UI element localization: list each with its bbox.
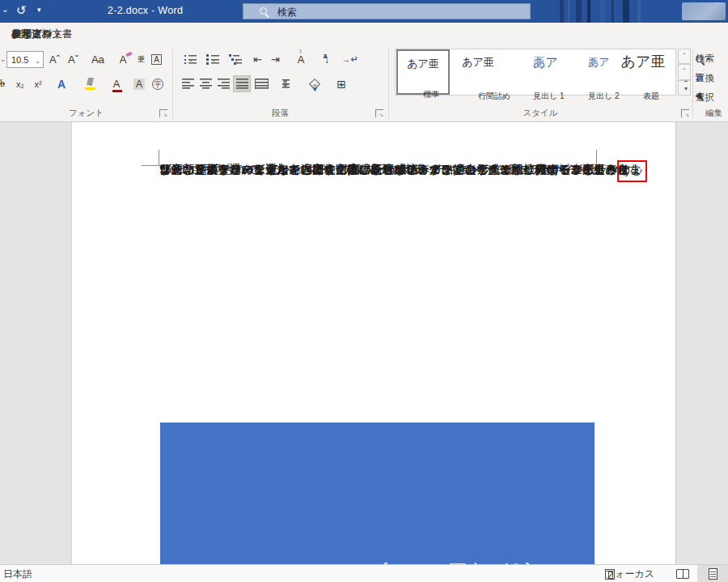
status-bar: 日本語 フォーカス (0, 564, 728, 582)
style-normal[interactable]: あア亜 ↲ 標準 (396, 49, 450, 95)
bullets-button[interactable]: ⌄ (180, 51, 201, 68)
image-placeholder-shape[interactable]: ※ここに写真を挿入↲ (160, 423, 595, 564)
align-center-icon (200, 79, 212, 89)
character-shading-button[interactable]: A (131, 75, 147, 92)
redacted-account-area (600, 0, 605, 23)
decrease-indent-button[interactable]: ⇤ (249, 51, 266, 68)
font-group-label: フォント (0, 108, 172, 119)
align-right-icon (218, 79, 230, 89)
text-line: て変わります。スタイルを適用すると、新しいテーマに適合するように見出しが変更され… (159, 160, 641, 179)
redacted-account-area (568, 0, 570, 23)
grow-font-icon: Aˆ (49, 53, 60, 66)
enclose-circle-button[interactable]: 字 (150, 75, 165, 92)
chevron-down-icon: ⌄ (284, 80, 290, 87)
styles-gallery-scroll: ˆ ˇ ▾ (678, 49, 691, 96)
gallery-more-icon[interactable]: ▾ (678, 80, 691, 96)
ribbon: ⌄ 10.5 ⌄ Aˆ Aˇ Aa⌄ A ア亜 A b x₂ x² A⌄ ⌄ A… (0, 45, 728, 122)
style-no-spacing[interactable]: あア亜 ↲ 行間詰め (451, 49, 505, 95)
undo-icon[interactable]: ↺ (16, 3, 27, 18)
style-preview: あア亜 (398, 57, 448, 71)
chevron-down-icon: ⌄ (60, 80, 66, 87)
style-title[interactable]: あア亜 表題 (616, 49, 670, 95)
paragraph-mark: ↲ (159, 160, 168, 179)
align-center-button[interactable] (197, 75, 214, 92)
borders-button[interactable]: ⊞⌄ (329, 75, 353, 92)
align-left-icon (182, 79, 194, 89)
sort-button[interactable]: AZ↓ (316, 51, 336, 68)
style-heading1[interactable]: あア亜 見出し 1 (506, 49, 560, 95)
font-name-caret-icon[interactable]: ⌄ (0, 55, 6, 63)
chevron-down-icon: ⌄ (211, 56, 217, 63)
paragraph-dialog-launcher[interactable]: ↘ (375, 109, 383, 117)
subscript-button[interactable]: x₂ (12, 75, 28, 92)
gallery-scroll-up-icon[interactable]: ˆ (678, 49, 691, 64)
tab-help[interactable]: ヘルプ (0, 23, 53, 45)
strikethrough-button[interactable]: b (0, 75, 9, 92)
redacted-account-area (576, 0, 582, 23)
style-heading2[interactable]: あア亜 見出し 2 (561, 49, 615, 95)
sort-arrow-icon: ↓ (324, 54, 329, 66)
search-box[interactable]: 検索 (243, 3, 531, 19)
change-case-button[interactable]: Aa⌄ (86, 51, 110, 68)
chevron-down-icon: ⌄ (312, 80, 318, 87)
align-left-button[interactable] (180, 75, 196, 92)
justify-button[interactable] (233, 75, 251, 92)
distribute-button[interactable] (252, 75, 270, 92)
superscript-icon: x² (34, 79, 41, 89)
font-dialog-launcher[interactable]: ↘ (159, 109, 167, 117)
styles-dialog-launcher[interactable]: ↘ (681, 109, 689, 117)
quick-access-partial-icon[interactable]: ⌄ (2, 5, 8, 14)
focus-toggle[interactable]: フォーカス (605, 567, 654, 581)
phonetic-guide-button[interactable]: ア亜 (134, 50, 148, 69)
grow-font-button[interactable]: Aˆ (46, 51, 63, 68)
gallery-scroll-down-icon[interactable]: ˇ (678, 64, 691, 79)
read-mode-icon[interactable] (676, 569, 689, 579)
subscript-icon: x₂ (16, 79, 24, 89)
word-window: ⌄ ↺ ▾ 2-2.docx - Word 検索 デザイン レイアウト 参考資料… (0, 0, 728, 582)
style-preview: あア亜 (451, 55, 505, 70)
ribbon-tab-row: デザイン レイアウト 参考資料 差し込み文書 校閲 表示 ヘルプ (0, 23, 728, 45)
font-size-combo[interactable]: 10.5 ⌄ (6, 51, 44, 68)
margin-corner-mark (142, 150, 159, 166)
line-spacing-button[interactable]: ⇕⌄ (273, 75, 298, 92)
justify-icon (236, 79, 248, 89)
editing-group-label: 編集 (692, 108, 728, 119)
customize-quick-access-icon[interactable]: ▾ (37, 6, 41, 14)
chevron-down-icon: ⌄ (115, 80, 121, 87)
distribute-icon (255, 79, 269, 89)
increase-indent-button[interactable]: ⇥ (267, 51, 284, 68)
font-color-button[interactable]: A⌄ (105, 75, 128, 92)
print-layout-icon[interactable] (709, 568, 717, 580)
redacted-account-area (560, 0, 564, 23)
strikethrough-icon: b (0, 78, 5, 90)
window-title: 2-2.docx - Word (108, 5, 183, 16)
highlight-button[interactable]: ⌄ (78, 75, 102, 92)
language-indicator[interactable]: 日本語 (3, 567, 32, 581)
chevron-down-icon: ⌄ (88, 80, 94, 87)
redacted-account-area (587, 0, 590, 23)
enclose-characters-icon: A (151, 54, 162, 65)
enclose-characters-button[interactable]: A (150, 52, 163, 67)
search-icon (260, 7, 267, 15)
chevron-down-icon: ⌄ (188, 56, 194, 63)
account-avatar-blur (682, 2, 726, 20)
search-placeholder: 検索 (277, 6, 297, 19)
align-right-button[interactable] (215, 75, 231, 92)
formatting-marks-button[interactable]: →↵ (340, 51, 360, 68)
numbering-button[interactable]: ⌄ (202, 51, 223, 68)
shrink-font-button[interactable]: Aˇ (65, 51, 82, 68)
superscript-button[interactable]: x² (30, 75, 46, 92)
clear-formatting-button[interactable]: A (114, 51, 132, 68)
chevron-down-icon: ⌄ (96, 56, 102, 63)
formatting-marks-icon: →↵ (341, 54, 358, 65)
multilevel-list-button[interactable]: ⌄ (225, 51, 246, 68)
title-bar: ⌄ ↺ ▾ 2-2.docx - Word 検索 (0, 0, 728, 23)
asian-layout-button[interactable]: ↕A⌄ (289, 51, 313, 68)
chevron-down-icon: ⌄ (340, 80, 345, 87)
redacted-account-area (637, 0, 641, 23)
text-effects-button[interactable]: A⌄ (50, 75, 73, 92)
document-area: ビデオを使うと、伝えたい内容を明確に表現できます。[オンライン ビデオ] をクリ… (0, 122, 728, 564)
redacted-account-area (623, 0, 629, 23)
shading-button[interactable]: ⌄ (302, 75, 327, 92)
redacted-account-area (612, 0, 614, 23)
